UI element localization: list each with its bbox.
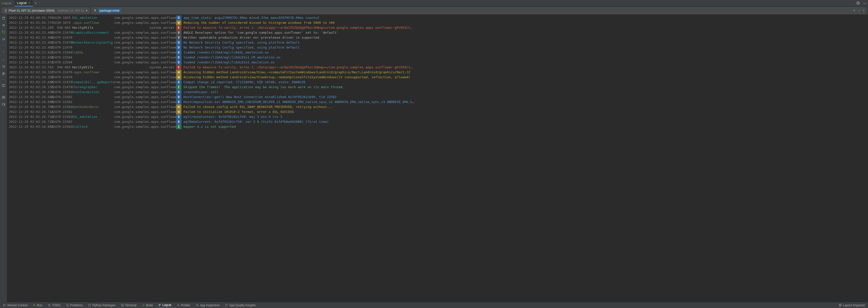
next-icon[interactable]: ↓ bbox=[2, 57, 4, 61]
log-tag: EGL_emulation bbox=[72, 16, 114, 20]
log-row[interactable]: 2022-12-29 02:02:26.70922470-22582OpenGL… bbox=[9, 104, 868, 110]
log-row[interactable]: 2022-12-29 02:02:23.62122470-22584libEGL… bbox=[9, 50, 868, 55]
bottom-item-problems[interactable]: Problems bbox=[65, 302, 84, 308]
star-filter-icon[interactable]: ☆ bbox=[858, 9, 861, 12]
settings-icon[interactable] bbox=[856, 1, 860, 5]
device-version: Android 12, API 31 bbox=[57, 9, 84, 12]
log-row[interactable]: 2022-12-29 02:02:24.32722470-22470.apps.… bbox=[9, 70, 868, 75]
svg-rect-14 bbox=[2, 103, 4, 105]
svg-rect-4 bbox=[4, 24, 4, 26]
log-tag: NetworkSecurityConfig bbox=[72, 40, 114, 45]
device-selector[interactable]: Pixel XL API 31 (emulator-5554) Android … bbox=[2, 8, 90, 13]
log-row[interactable]: 2022-12-29 02:02:26.71322470-22582EGL_em… bbox=[9, 114, 868, 119]
log-pid: 546-603 bbox=[51, 25, 72, 30]
log-row[interactable]: 2022-12-29 02:02:23.743546-603VerityUtil… bbox=[9, 65, 868, 70]
log-pid: 22470-22470 bbox=[51, 30, 72, 35]
log-pid: 22470-22582 bbox=[51, 114, 72, 119]
shield-icon bbox=[225, 304, 228, 307]
log-row[interactable]: 2022-12-29 02:02:26.71522470-22582com.go… bbox=[9, 119, 868, 124]
bottom-item-terminal[interactable]: Terminal bbox=[120, 302, 137, 308]
help-icon[interactable]: ? bbox=[863, 9, 864, 12]
svg-point-15 bbox=[3, 304, 4, 305]
minimize-icon[interactable]: — bbox=[863, 1, 867, 5]
clear-icon[interactable] bbox=[2, 16, 5, 20]
log-tag: Gralloc4 bbox=[72, 124, 114, 129]
pause-icon[interactable] bbox=[2, 24, 5, 27]
log-tag: GraphicsEnvironment bbox=[72, 30, 114, 35]
scroll-to-end-icon[interactable] bbox=[2, 37, 5, 41]
log-message: HostComposition ext ANDROID_EMU_CHECKSUM… bbox=[183, 99, 868, 104]
log-row[interactable]: 2022-12-29 02:02:23.199546-603VerityUtil… bbox=[9, 25, 868, 30]
log-row[interactable]: 2022-12-29 02:02:25.69022470-22470Compat… bbox=[9, 80, 868, 85]
screen-record-icon[interactable] bbox=[2, 102, 5, 106]
log-row[interactable]: 2022-12-29 02:02:23.67322470-22584com.go… bbox=[9, 60, 868, 65]
funnel-icon bbox=[94, 9, 97, 12]
soft-wrap-icon[interactable] bbox=[2, 65, 5, 68]
log-level-badge: D bbox=[176, 16, 182, 20]
log-timestamp: 2022-12-29 02:02:23.743 bbox=[9, 65, 51, 70]
filter-text-input[interactable] bbox=[122, 9, 853, 12]
log-pid: 22470-22470 bbox=[51, 80, 72, 85]
bottom-item-label: Logcat bbox=[162, 303, 171, 307]
log-timestamp: 2022-12-29 02:02:26.803 bbox=[9, 124, 51, 129]
log-row[interactable]: 2022-12-29 02:02:23.40022470-22470com.go… bbox=[9, 35, 868, 40]
log-row[interactable]: 2022-12-29 02:02:24.32822470-22470com.go… bbox=[9, 75, 868, 80]
bottom-item-app-quality-insights[interactable]: App Quality Insights bbox=[224, 302, 257, 308]
screenshot-icon[interactable] bbox=[2, 95, 5, 99]
log-pid: 22470-22582 bbox=[51, 104, 72, 110]
log-row[interactable]: 2022-12-29 02:02:23.66422470-22584com.go… bbox=[9, 55, 868, 60]
log-row[interactable]: 2022-12-29 02:02:23.40022470-22470Graphi… bbox=[9, 30, 868, 35]
split-icon[interactable] bbox=[2, 84, 5, 87]
clear-filter-icon[interactable]: ✕ bbox=[853, 9, 856, 12]
log-row[interactable]: 2022-12-29 02:02:23.40222470-22470Networ… bbox=[9, 40, 868, 45]
bottom-item-label: Run bbox=[37, 304, 42, 307]
log-pid: 22470-22582 bbox=[51, 119, 72, 124]
add-tab-button[interactable]: + bbox=[33, 1, 39, 5]
bottom-item-logcat[interactable]: Logcat bbox=[157, 302, 172, 308]
log-row[interactable]: 2022-12-29 02:02:26.57922470-22582HostCo… bbox=[9, 90, 868, 95]
close-tab-icon[interactable]: ✕ bbox=[28, 1, 30, 4]
bottom-item-version-control[interactable]: Version Control bbox=[2, 302, 28, 308]
log-package: com.google.samples.apps.sunflower bbox=[114, 119, 176, 124]
bottom-item-app-inspection[interactable]: App Inspection bbox=[195, 302, 221, 308]
log-viewport[interactable]: 2022-12-29 01:00:55.7901639-1855EGL_emul… bbox=[7, 15, 868, 302]
bottom-item-label: Terminal bbox=[125, 304, 136, 307]
log-row[interactable]: 2022-12-29 02:02:26.58422470-22582com.go… bbox=[9, 95, 868, 99]
log-tag: .apps.sunflowe bbox=[72, 70, 114, 75]
bottom-item-run[interactable]: Run bbox=[32, 302, 43, 308]
bottom-item-profiler[interactable]: Profiler bbox=[176, 302, 191, 308]
restart-icon[interactable] bbox=[2, 30, 5, 34]
log-timestamp: 2022-12-29 02:02:26.579 bbox=[9, 90, 51, 95]
filter-input[interactable]: package:mine ✕ ☆ ? bbox=[92, 7, 866, 13]
play-icon bbox=[33, 304, 36, 307]
log-row[interactable]: 2022-12-29 02:02:26.71122470-22582com.go… bbox=[9, 110, 868, 114]
layout-inspector-button[interactable]: Layout Inspector bbox=[838, 304, 866, 307]
configure-icon[interactable] bbox=[2, 72, 5, 75]
log-row[interactable]: 2022-12-29 01:01:04.7701639-1675.apps.su… bbox=[9, 20, 868, 25]
log-message: loaded /vendor/lib64/egl/libGLESv1_CM_em… bbox=[183, 55, 868, 60]
log-row[interactable]: 2022-12-29 02:02:23.40222470-22470com.go… bbox=[9, 45, 868, 50]
bottom-item-python-packages[interactable]: Python Packages bbox=[87, 302, 116, 308]
log-message: ANGLE Developer option for 'com.google.s… bbox=[183, 30, 868, 35]
log-row[interactable]: 2022-12-29 02:02:26.69922470-22582com.go… bbox=[9, 99, 868, 104]
filter-pill[interactable]: package:mine bbox=[98, 8, 121, 12]
bottom-item-todo[interactable]: TODO bbox=[47, 302, 61, 308]
log-timestamp: 2022-12-29 02:02:24.327 bbox=[9, 70, 51, 75]
log-level-badge: E bbox=[176, 25, 182, 30]
bottom-item-build[interactable]: Build bbox=[141, 302, 154, 308]
log-tag: .apps.sunflowe bbox=[72, 20, 114, 25]
log-row[interactable]: 2022-12-29 01:00:55.7901639-1855EGL_emul… bbox=[9, 16, 868, 20]
status-bar: Version ControlRunTODOProblemsPython Pac… bbox=[0, 302, 868, 308]
log-message: app_time_stats: avg=27989792.00ms min=8.… bbox=[183, 16, 868, 20]
log-timestamp: 2022-12-29 02:02:25.690 bbox=[9, 80, 51, 85]
log-package: com.google.samples.apps.sunflower bbox=[114, 114, 176, 119]
log-package: com.google.samples.apps.sunflower bbox=[114, 95, 176, 99]
log-row[interactable]: 2022-12-29 02:02:26.15522470-22470Choreo… bbox=[9, 85, 868, 90]
log-package: com.google.samples.apps.sunflower bbox=[114, 70, 176, 75]
log-level-badge: D bbox=[176, 60, 182, 65]
tab-label: Logcat bbox=[17, 1, 27, 5]
logcat-tab[interactable]: Logcat✕ bbox=[14, 0, 33, 6]
log-level-badge: W bbox=[176, 20, 182, 25]
previous-icon[interactable]: ↑ bbox=[2, 49, 4, 54]
log-row[interactable]: 2022-12-29 02:02:26.80322470-22582Grallo… bbox=[9, 124, 868, 129]
